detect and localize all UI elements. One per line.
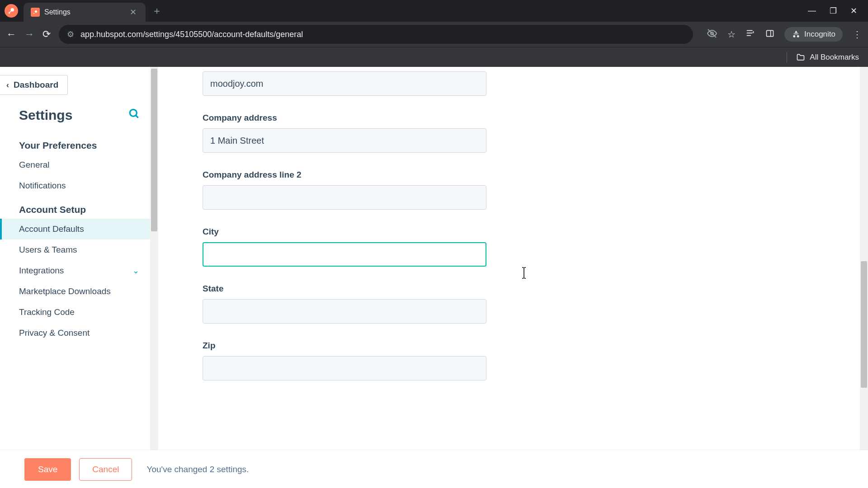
all-bookmarks-button[interactable]: All Bookmarks (796, 53, 859, 62)
address-bar[interactable]: ⚙ app.hubspot.com/settings/45105500/acco… (59, 25, 693, 44)
svg-rect-8 (747, 33, 753, 33)
back-to-dashboard-button[interactable]: ‹ Dashboard (0, 75, 68, 95)
sidebar-item-marketplace-downloads[interactable]: Marketplace Downloads (0, 281, 158, 302)
city-input[interactable] (203, 242, 486, 267)
sidebar-item-account-defaults[interactable]: Account Defaults (0, 219, 158, 239)
minimize-icon[interactable]: ― (808, 6, 816, 16)
company-address-label: Company address (203, 113, 841, 123)
search-icon[interactable] (128, 108, 140, 123)
svg-rect-10 (767, 30, 774, 36)
svg-point-3 (35, 10, 37, 13)
tab-title: Settings (44, 8, 128, 16)
folder-icon (796, 53, 805, 62)
svg-point-1 (9, 12, 10, 14)
company-form: Company address Company address line 2 C… (158, 71, 868, 452)
site-settings-icon[interactable]: ⚙ (67, 29, 74, 39)
settings-sidebar: ‹ Dashboard Settings Your Preferences Ge… (0, 67, 158, 488)
sidebar-item-privacy-consent[interactable]: Privacy & Consent (0, 323, 158, 343)
svg-rect-9 (747, 35, 751, 36)
zip-label: Zip (203, 341, 841, 351)
window-controls: ― ❐ ✕ (808, 6, 863, 16)
tab-close-icon[interactable]: ✕ (128, 7, 138, 17)
back-label: Dashboard (14, 80, 58, 90)
field-city: City (203, 227, 841, 267)
browser-tab[interactable]: Settings ✕ (24, 3, 146, 22)
kebab-menu-icon[interactable]: ⋮ (853, 29, 862, 40)
sidebar-item-notifications[interactable]: Notifications (0, 175, 158, 196)
field-company-domain (203, 71, 841, 96)
bookmark-divider (787, 52, 787, 63)
sidebar-item-integrations[interactable]: Integrations ⌄ (0, 260, 158, 281)
incognito-icon (792, 30, 801, 39)
app-root: ‹ Dashboard Settings Your Preferences Ge… (0, 67, 868, 488)
hubspot-logo-icon (5, 4, 18, 18)
changes-message: You've changed 2 settings. (146, 465, 249, 474)
browser-toolbar: ← → ⟳ ⚙ app.hubspot.com/settings/4510550… (0, 22, 868, 47)
state-label: State (203, 284, 841, 294)
city-label: City (203, 227, 841, 237)
main-scrollbar[interactable] (860, 67, 868, 488)
main-scroll-thumb[interactable] (861, 261, 867, 388)
chevron-down-icon: ⌄ (132, 266, 139, 276)
company-address-input[interactable] (203, 128, 486, 153)
section-account-setup: Account Setup (0, 196, 158, 219)
cancel-button[interactable]: Cancel (79, 458, 132, 481)
bookmark-bar: All Bookmarks (0, 47, 868, 67)
reload-icon[interactable]: ⟳ (42, 28, 51, 40)
svg-rect-7 (747, 30, 753, 31)
bookmark-star-icon[interactable]: ☆ (727, 29, 736, 40)
tab-strip: Settings ✕ ＋ ― ❐ ✕ (0, 0, 868, 22)
reading-list-icon[interactable] (745, 28, 755, 41)
save-footer-bar: Save Cancel You've changed 2 settings. (0, 450, 868, 488)
svg-point-4 (33, 13, 34, 14)
zip-input[interactable] (203, 356, 486, 380)
svg-line-13 (136, 115, 138, 117)
eye-off-icon[interactable] (707, 28, 717, 41)
new-tab-button[interactable]: ＋ (152, 4, 162, 18)
url-text: app.hubspot.com/settings/45105500/accoun… (80, 30, 303, 39)
close-window-icon[interactable]: ✕ (850, 6, 857, 16)
field-company-address-2: Company address line 2 (203, 170, 841, 210)
side-panel-icon[interactable] (765, 29, 774, 40)
svg-point-12 (130, 109, 137, 116)
main-content: Company address Company address line 2 C… (158, 67, 868, 488)
save-button[interactable]: Save (24, 458, 71, 481)
field-company-address: Company address (203, 113, 841, 153)
sidebar-item-general[interactable]: General (0, 155, 158, 175)
sidebar-item-tracking-code[interactable]: Tracking Code (0, 302, 158, 323)
company-domain-input[interactable] (203, 71, 486, 96)
sidebar-scrollbar[interactable]: ▴ ▾ (150, 67, 158, 488)
forward-icon[interactable]: → (24, 28, 34, 40)
incognito-label: Incognito (804, 30, 835, 39)
sidebar-item-users-teams[interactable]: Users & Teams (0, 239, 158, 260)
incognito-badge[interactable]: Incognito (784, 27, 843, 42)
tab-favicon-icon (31, 8, 40, 17)
all-bookmarks-label: All Bookmarks (810, 53, 859, 62)
section-your-preferences: Your Preferences (0, 132, 158, 155)
maximize-icon[interactable]: ❐ (830, 6, 837, 16)
company-address2-label: Company address line 2 (203, 170, 841, 180)
integrations-label: Integrations (19, 266, 64, 275)
state-input[interactable] (203, 299, 486, 324)
field-zip: Zip (203, 341, 841, 380)
sidebar-scroll-thumb[interactable] (151, 69, 157, 231)
settings-title: Settings (19, 108, 72, 123)
chevron-left-icon: ‹ (6, 80, 9, 90)
back-icon[interactable]: ← (6, 28, 16, 40)
field-state: State (203, 284, 841, 324)
browser-chrome: Settings ✕ ＋ ― ❐ ✕ ← → ⟳ ⚙ app.hubspot.c… (0, 0, 868, 67)
company-address2-input[interactable] (203, 185, 486, 210)
